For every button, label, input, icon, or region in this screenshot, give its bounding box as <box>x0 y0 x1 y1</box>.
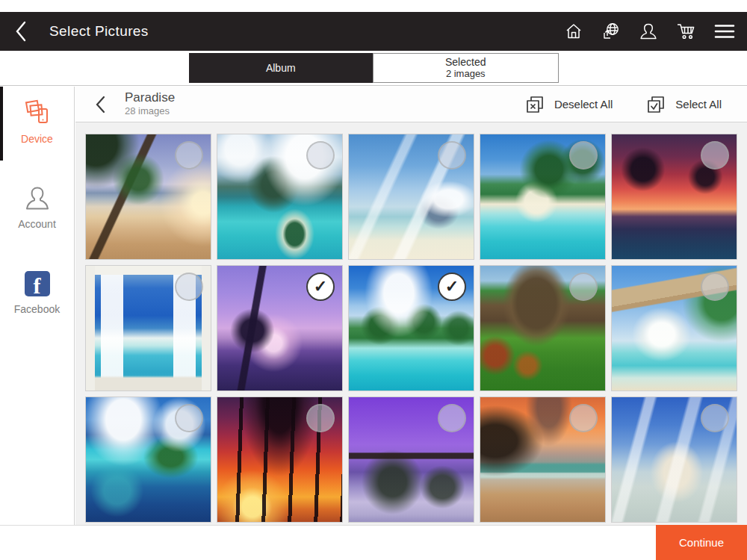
continue-button[interactable]: Continue <box>656 525 747 560</box>
selection-circle[interactable] <box>701 141 729 169</box>
select-all-label: Select All <box>675 98 722 111</box>
deselect-all-button[interactable]: Deselect All <box>524 94 613 115</box>
photo-island-palms[interactable] <box>480 134 606 260</box>
selection-circle[interactable] <box>438 141 466 169</box>
photo-pink-sunset-silhouette[interactable] <box>611 134 737 260</box>
album-actions: Deselect All Select All <box>524 94 747 115</box>
selection-circle[interactable] <box>306 141 335 169</box>
photo-palms-turquoise-water[interactable]: ✓ <box>348 265 474 391</box>
sidebar-item-device[interactable]: Device <box>0 97 74 172</box>
sidebar-item-device-label: Device <box>21 133 53 145</box>
selection-circle[interactable] <box>701 273 729 301</box>
tab-album-label: Album <box>266 62 296 74</box>
footer-bar: Continue <box>0 525 747 560</box>
sidebar-item-account[interactable]: Account <box>0 182 74 257</box>
facebook-icon: f <box>25 267 50 300</box>
select-all-button[interactable]: Select All <box>645 94 722 115</box>
page-title: Select Pictures <box>49 23 149 40</box>
tab-selected[interactable]: Selected 2 images <box>373 53 559 83</box>
person-icon <box>22 182 52 215</box>
photo-sandbar-umbrella[interactable] <box>611 396 737 523</box>
sidebar-item-account-label: Account <box>18 218 56 230</box>
photo-aerial-lagoon-island[interactable] <box>85 396 211 523</box>
tab-selected-sublabel: 2 images <box>446 69 486 80</box>
segmented-control: Album Selected 2 images <box>189 53 559 83</box>
selection-circle[interactable] <box>569 404 598 432</box>
photo-window-to-beach[interactable] <box>85 265 211 391</box>
select-all-icon <box>645 94 666 115</box>
main-content: Paradise 28 images Deselect All Select A… <box>75 87 747 525</box>
deselect-all-icon <box>524 94 545 115</box>
source-sidebar: Device Account f Facebook <box>0 87 75 525</box>
tab-selected-label: Selected <box>445 56 486 68</box>
sidebar-item-facebook[interactable]: f Facebook <box>0 267 74 342</box>
selection-circle[interactable] <box>438 404 466 432</box>
selection-circle[interactable] <box>701 404 729 432</box>
selected-check-circle[interactable]: ✓ <box>306 273 335 301</box>
deselect-all-label: Deselect All <box>554 98 613 111</box>
header-icon-group <box>564 22 747 41</box>
album-title-block: Paradise 28 images <box>125 91 175 116</box>
album-name: Paradise <box>125 91 175 105</box>
photo-bora-bora-lagoon[interactable] <box>217 134 343 260</box>
selected-check-circle[interactable]: ✓ <box>438 273 466 301</box>
sidebar-item-facebook-label: Facebook <box>14 303 60 315</box>
app-header: Select Pictures <box>0 12 747 51</box>
active-item-indicator <box>0 87 3 161</box>
cart-icon[interactable] <box>676 22 696 41</box>
photo-red-sunset-palm-trunks[interactable] <box>217 396 343 523</box>
photo-palm-beach-sunrise[interactable] <box>85 134 211 260</box>
selection-circle[interactable] <box>569 273 598 301</box>
photo-hammock-palm[interactable] <box>611 265 737 391</box>
globe-upload-icon[interactable] <box>601 22 621 41</box>
device-photos-icon <box>22 97 53 130</box>
selection-circle[interactable] <box>175 404 203 432</box>
facebook-logo-glyph: f <box>25 271 50 296</box>
album-back-chevron-icon[interactable] <box>95 96 105 113</box>
photo-beach-with-boat[interactable] <box>348 134 474 260</box>
selection-circle[interactable] <box>175 273 203 301</box>
photo-grid: ✓✓ <box>75 123 747 525</box>
selection-circle[interactable] <box>306 404 335 432</box>
account-icon[interactable] <box>639 22 658 41</box>
home-icon[interactable] <box>564 22 583 41</box>
album-image-count: 28 images <box>125 105 175 117</box>
tab-strip: Album Selected 2 images <box>0 51 747 86</box>
selection-circle[interactable] <box>569 141 598 169</box>
photo-purple-sunset-palm[interactable]: ✓ <box>217 265 343 391</box>
tab-album[interactable]: Album <box>189 53 374 83</box>
back-chevron-icon[interactable] <box>15 20 30 43</box>
menu-icon[interactable] <box>714 23 735 40</box>
selection-circle[interactable] <box>175 141 203 169</box>
photo-purple-mountain-bay[interactable] <box>348 396 474 523</box>
photo-thatched-hut[interactable] <box>480 265 606 391</box>
photo-sunset-cliff-beach[interactable] <box>480 396 606 523</box>
album-header: Paradise 28 images Deselect All Select A… <box>75 87 747 122</box>
